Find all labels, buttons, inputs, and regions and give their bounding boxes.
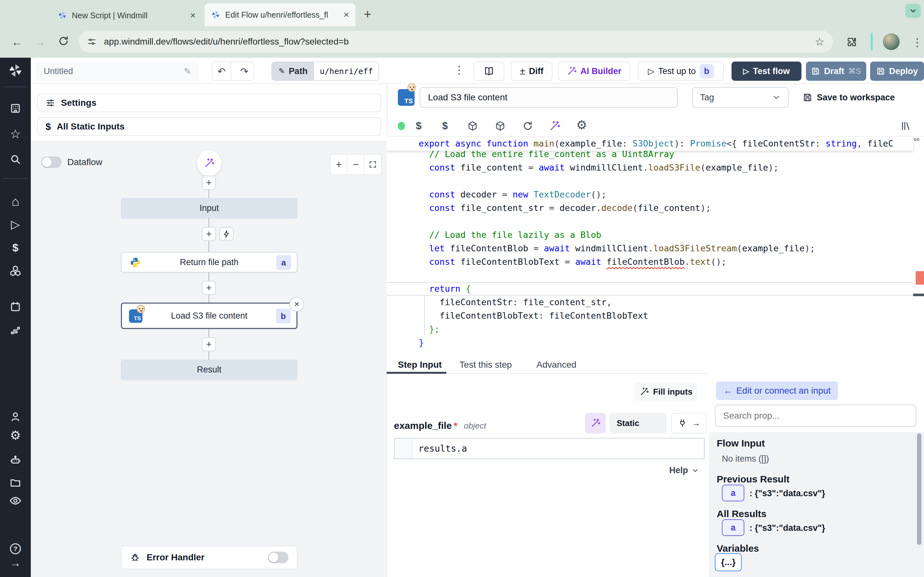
ai-fill-field-button[interactable] — [585, 413, 606, 434]
remove-step-button[interactable]: × — [289, 297, 304, 311]
save-to-workspace-button[interactable]: Save to workspace — [803, 87, 895, 108]
bookmark-star-icon[interactable]: ☆ — [815, 35, 825, 48]
static-mode-label[interactable]: Static — [617, 418, 640, 428]
sidebar-item-users[interactable] — [0, 410, 31, 424]
redo-button[interactable]: ↷ — [235, 62, 254, 80]
sidebar-collapse-button[interactable]: → — [0, 556, 31, 570]
path-button[interactable]: ✎ Path u/henri/eff — [271, 61, 379, 81]
library-button[interactable] — [900, 121, 911, 131]
code-line[interactable]: } — [387, 336, 913, 350]
windmill-logo[interactable] — [0, 63, 31, 77]
code-editor[interactable]: export async function main(example_file:… — [387, 137, 924, 354]
edit-title-pencil-icon[interactable]: ✎ — [184, 66, 191, 77]
sidebar-item-settings[interactable]: ⚙ — [0, 428, 31, 442]
test-flow-button[interactable]: ▷ Test flow — [732, 61, 801, 81]
flow-input-node[interactable]: Input — [121, 198, 297, 218]
code-line[interactable]: const file_content_str = decoder.decode(… — [387, 201, 913, 215]
all-results-badge[interactable]: a — [722, 519, 744, 536]
sidebar-item-runs[interactable]: ▷ — [0, 218, 31, 231]
tab-test-this-step[interactable]: Test this step — [459, 359, 512, 370]
insert-step-button[interactable]: + — [202, 281, 216, 295]
code-line[interactable] — [387, 174, 913, 188]
ai-flow-wand-button[interactable] — [197, 150, 221, 176]
step-b-node-selected[interactable]: TS Load S3 file content b — [121, 303, 297, 329]
minimap[interactable]: on — [913, 137, 924, 354]
insert-trigger-button[interactable] — [220, 227, 234, 241]
sidebar-item-workers[interactable] — [0, 453, 31, 467]
forward-button[interactable]: → — [35, 36, 45, 48]
url-text[interactable]: app.windmill.dev/flows/edit/u/henri/effo… — [104, 37, 807, 47]
sidebar-item-schedules[interactable] — [0, 300, 31, 314]
draft-button[interactable]: Draft ⌘S — [806, 61, 866, 81]
connect-input-group[interactable]: → — [671, 413, 707, 434]
insert-step-button[interactable]: + — [202, 227, 216, 241]
code-line[interactable]: return { — [387, 282, 913, 295]
sidebar-item-home[interactable]: ⌂ — [0, 194, 31, 208]
dataflow-toggle[interactable] — [41, 156, 61, 168]
browser-tab-edit-flow[interactable]: Edit Flow u/henri/effortless_fl × — [205, 3, 355, 26]
step-a-node[interactable]: Return file path a — [121, 252, 297, 272]
code-line[interactable]: let fileContentBlob = await windmillClie… — [387, 242, 913, 255]
tag-select[interactable]: Tag — [692, 87, 788, 108]
all-static-inputs-button[interactable]: $ All Static Inputs — [37, 117, 381, 136]
extensions-button[interactable] — [846, 37, 857, 47]
package-button[interactable] — [467, 121, 478, 131]
step-name-input[interactable] — [420, 87, 678, 108]
insert-step-button[interactable]: + — [202, 176, 216, 190]
code-line[interactable]: fileContentStr: file_content_str, — [387, 295, 913, 309]
error-handler-toggle[interactable] — [268, 552, 288, 563]
ai-builder-button[interactable]: AI Builder — [558, 61, 630, 81]
zoom-fit-button[interactable] — [365, 155, 381, 174]
tab-step-input[interactable]: Step Input — [398, 359, 442, 370]
tab-close-icon[interactable]: × — [190, 10, 196, 21]
fill-inputs-button[interactable]: Fill inputs — [635, 383, 698, 401]
sidebar-item-search[interactable] — [0, 152, 31, 166]
sidebar-item-resources[interactable] — [0, 264, 31, 278]
flow-result-node[interactable]: Result — [121, 359, 297, 380]
prev-result-value[interactable]: : {"s3":"data.csv"} — [750, 488, 825, 498]
code-body[interactable]: // Load the entire file_content as a Uin… — [387, 147, 913, 350]
variables-button[interactable]: $ — [442, 120, 448, 132]
browser-menu-button[interactable]: ⋮ — [912, 36, 923, 49]
ai-edit-button[interactable] — [549, 121, 560, 131]
insert-step-button[interactable]: + — [202, 337, 216, 351]
new-tab-button[interactable]: + — [364, 7, 371, 21]
avatar[interactable] — [883, 33, 900, 50]
sidebar-item-help[interactable]: ? — [0, 542, 31, 556]
variables-badge[interactable]: {...} — [715, 553, 742, 571]
tab-close-icon[interactable]: × — [343, 9, 349, 20]
scrollbar-thumb[interactable] — [917, 434, 921, 545]
expression-editor[interactable]: results.a — [394, 438, 704, 459]
edit-or-connect-button[interactable]: ← Edit or connect an input — [716, 382, 838, 400]
deploy-button[interactable]: Deploy — [870, 61, 924, 81]
flow-settings-button[interactable]: Settings — [37, 93, 381, 112]
sidebar-item-triggers[interactable] — [0, 324, 31, 338]
code-line[interactable]: const decoder = new TextDecoder(); — [387, 188, 913, 201]
code-line[interactable] — [387, 215, 913, 228]
zoom-out-button[interactable]: − — [348, 155, 365, 174]
assets-button[interactable]: $ — [416, 120, 422, 132]
code-line[interactable]: }; — [387, 322, 913, 336]
reload-deps-button[interactable] — [522, 121, 533, 131]
url-bar[interactable]: app.windmill.dev/flows/edit/u/henri/effo… — [79, 31, 833, 53]
code-line[interactable]: const fileContentBlobText = await fileCo… — [387, 255, 913, 269]
more-options-button[interactable]: ⋮ — [454, 63, 465, 76]
code-line[interactable]: const file_content = await windmillClien… — [387, 161, 913, 174]
sidebar-item-favorites[interactable]: ☆ — [0, 127, 31, 141]
error-handler-node[interactable]: Error Handler — [121, 546, 297, 569]
reload-button[interactable] — [58, 35, 69, 47]
code-line[interactable]: fileContentBlobText: fileContentBlobText — [387, 309, 913, 322]
search-prop-input[interactable] — [715, 405, 916, 427]
zoom-in-button[interactable]: + — [330, 155, 348, 174]
code-line[interactable]: // Load the file lazily as a Blob — [387, 228, 913, 242]
flow-title-field[interactable]: Untitled ✎ — [36, 61, 199, 81]
editor-settings-button[interactable]: ⚙ — [576, 118, 587, 132]
sidebar-item-audit-logs[interactable] — [0, 494, 31, 508]
sidebar-item-variables[interactable]: $ — [0, 240, 31, 255]
test-up-to-button[interactable]: ▷ Test up to b — [638, 61, 724, 81]
diff-button[interactable]: ± Diff — [511, 61, 552, 81]
site-info-icon[interactable] — [87, 37, 96, 46]
tab-advanced[interactable]: Advanced — [536, 359, 577, 370]
browser-tab-new-script[interactable]: New Script | Windmill × — [51, 5, 202, 26]
sidebar-item-workspace[interactable] — [0, 101, 31, 115]
